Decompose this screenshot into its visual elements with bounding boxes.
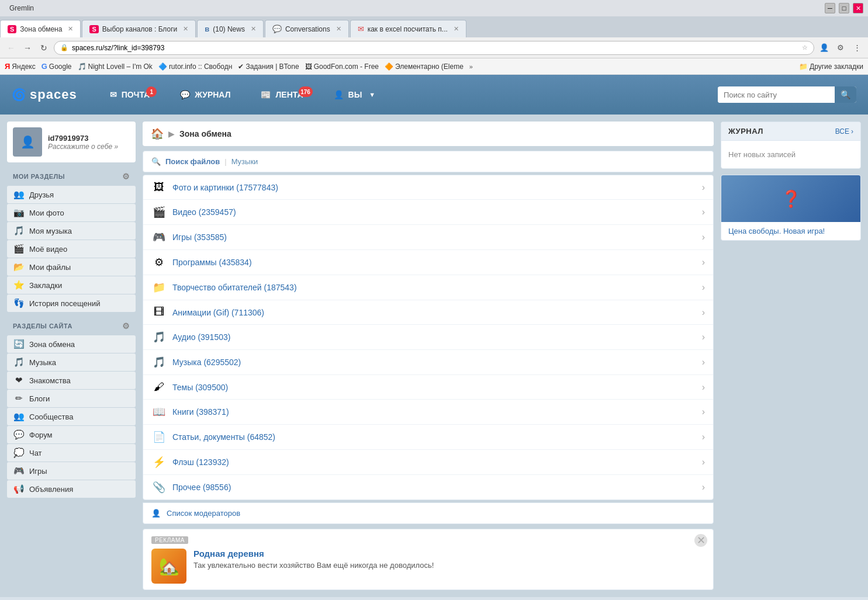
sidebar-item-forum[interactable]: 💬 Форум: [7, 426, 136, 443]
file-item[interactable]: 📄 Статьи, документы (64852) ›: [143, 425, 713, 450]
sidebar-item-communities[interactable]: 👥 Сообщества: [7, 408, 136, 425]
file-item[interactable]: 🖼 Фото и картинки (17577843) ›: [143, 175, 713, 200]
url-input[interactable]: [72, 44, 798, 52]
elem-icon: 🔶: [385, 63, 393, 71]
close-ad-button[interactable]: ✕: [694, 534, 707, 547]
sidebar-item-photos[interactable]: 📷 Мои фото: [7, 204, 136, 221]
sidebar-item-blogs[interactable]: ✏ Блоги: [7, 390, 136, 407]
tab-vybor-kanalov[interactable]: S Выбор каналов : Блоги ✕: [82, 20, 196, 37]
site-sections-gear[interactable]: ⚙: [122, 321, 130, 331]
sidebar-item-files[interactable]: 📂 Мои файлы: [7, 258, 136, 276]
sidebar-item-video[interactable]: 🎬 Моё видео: [7, 240, 136, 258]
file-category-name: Игры (353585): [172, 233, 227, 242]
bookmark-night-lovell[interactable]: 🎵 Night Lovell – I'm Ok: [78, 63, 153, 71]
file-category-icon: 📎: [151, 481, 167, 494]
bookmark-google[interactable]: G Google: [42, 62, 72, 71]
file-item[interactable]: 📁 Творчество обитателей (187543) ›: [143, 275, 713, 300]
tab-close-5[interactable]: ✕: [454, 25, 459, 33]
star-icon[interactable]: ☆: [802, 44, 808, 51]
btone-icon: ✔: [238, 63, 244, 71]
file-item[interactable]: 📎 Прочее (98556) ›: [143, 475, 713, 500]
sidebar-item-friends[interactable]: 👥 Друзья: [7, 186, 136, 203]
tab-news[interactable]: в (10) News ✕: [197, 20, 264, 37]
file-item[interactable]: ⚡ Флэш (123932) ›: [143, 450, 713, 475]
file-item[interactable]: 🎵 Музыка (6295502) ›: [143, 350, 713, 375]
ad-title[interactable]: Родная деревня: [193, 549, 434, 559]
game-panel: ❓ Цена свободы. Новая игра!: [721, 175, 861, 241]
journal-all-link[interactable]: ВСЕ ›: [835, 127, 853, 136]
chevron-right-icon: ›: [702, 357, 705, 367]
bookmark-rutor[interactable]: 🔷 rutor.info :: Свободн: [158, 63, 233, 71]
tab-close-4[interactable]: ✕: [336, 25, 341, 33]
close-button[interactable]: ✕: [853, 3, 863, 13]
file-item-left: 🎵 Музыка (6295502): [151, 356, 241, 369]
reload-button[interactable]: ↻: [37, 41, 50, 54]
sidebar-item-history[interactable]: 👣 История посещений: [7, 294, 136, 312]
sidebar-item-bookmarks[interactable]: ⭐ Закладки: [7, 276, 136, 294]
sidebar-item-site-music[interactable]: 🎵 Музыка: [7, 353, 136, 371]
sidebar-item-music[interactable]: 🎵 Моя музыка: [7, 222, 136, 240]
nav-feed[interactable]: 📰 ЛЕНТА 176: [251, 85, 312, 104]
file-item[interactable]: ⚙ Программы (435834) ›: [143, 250, 713, 275]
search-button[interactable]: 🔍: [835, 86, 856, 103]
my-sections: МОИ РАЗДЕЛЫ ⚙ 👥 Друзья 📷 Мои фото 🎵 Моя …: [7, 167, 136, 312]
rutor-icon: 🔷: [158, 63, 167, 71]
bookmarks-more[interactable]: »: [469, 63, 473, 70]
bookmark-btone[interactable]: ✔ Задания | BTone: [238, 63, 299, 71]
tab-close-2[interactable]: ✕: [183, 25, 188, 33]
browser-frame: Gremlin ─ □ ✕ S Зона обмена ✕ S Выбор ка…: [0, 0, 868, 75]
file-list: 🖼 Фото и картинки (17577843) › 🎬 Видео (…: [143, 175, 714, 500]
tab-close-1[interactable]: ✕: [68, 25, 73, 33]
nav-mail[interactable]: ✉ ПОЧТА 1: [101, 85, 160, 104]
file-item[interactable]: 📖 Книги (398371) ›: [143, 400, 713, 425]
sidebar-item-games[interactable]: 🎮 Игры: [7, 462, 136, 480]
file-category-icon: 🎮: [151, 231, 167, 244]
sidebar-item-ads[interactable]: 📢 Объявления: [7, 480, 136, 498]
logo-area[interactable]: 🌀 spaces: [12, 87, 77, 102]
maximize-button[interactable]: □: [839, 3, 849, 13]
url-bar[interactable]: 🔒 ☆: [54, 41, 814, 55]
settings-icon[interactable]: ⋮: [850, 41, 863, 54]
file-item-left: 🎬 Видео (2359457): [151, 206, 236, 219]
other-bookmarks[interactable]: 📁 Другие закладки: [799, 63, 863, 71]
moderators-row[interactable]: 👤 Список модераторов: [143, 502, 714, 524]
page: 🌀 spaces ✉ ПОЧТА 1 💬 ЖУРНАЛ 📰 ЛЕНТА 176 …: [0, 75, 868, 597]
tab-conversations[interactable]: 💬 Conversations ✕: [265, 20, 349, 37]
sidebar-item-dating[interactable]: ❤ Знакомства: [7, 372, 136, 389]
logo-icon: 🌀: [12, 88, 26, 102]
chevron-right-icon: ›: [702, 307, 705, 318]
tab-zona-obmena[interactable]: S Зона обмена ✕: [0, 20, 81, 37]
forward-button[interactable]: →: [21, 41, 34, 54]
my-sections-title: МОИ РАЗДЕЛЫ ⚙: [7, 167, 136, 186]
journal-header: ЖУРНАЛ ВСЕ ›: [721, 122, 860, 141]
sidebar-item-exchange[interactable]: 🔄 Зона обмена: [7, 335, 136, 353]
minimize-button[interactable]: ─: [825, 3, 835, 13]
my-sections-gear[interactable]: ⚙: [122, 172, 130, 181]
file-item[interactable]: 🎮 Игры (353585) ›: [143, 225, 713, 250]
file-item[interactable]: 🎬 Видео (2359457) ›: [143, 200, 713, 225]
ad-image: 🏡: [151, 549, 186, 584]
back-button[interactable]: ←: [5, 41, 18, 54]
file-category-icon: 🖼: [151, 181, 167, 193]
nav-journal[interactable]: 💬 ЖУРНАЛ: [171, 85, 240, 104]
search-input[interactable]: [718, 87, 835, 103]
file-item[interactable]: 🎞 Анимации (Gif) (711306) ›: [143, 300, 713, 325]
tab-close-3[interactable]: ✕: [251, 25, 256, 33]
search-link[interactable]: Поиск файлов: [165, 157, 220, 166]
search-bar[interactable]: 🔍 Поиск файлов | Музыки: [143, 151, 714, 172]
home-icon[interactable]: 🏠: [151, 127, 164, 140]
video-icon: 🎬: [13, 244, 25, 254]
user-desc[interactable]: Расскажите о себе »: [48, 143, 118, 151]
bookmark-elementarno[interactable]: 🔶 Элементарно (Eleme: [385, 63, 464, 71]
file-item[interactable]: 🎵 Аудио (391503) ›: [143, 325, 713, 350]
game-link[interactable]: Цена свободы. Новая игра!: [721, 222, 860, 240]
ads-label: РЕКЛАМА: [151, 536, 188, 544]
file-category-name: Книги (398371): [172, 407, 229, 417]
sidebar-item-chat[interactable]: 💭 Чат: [7, 444, 136, 462]
bookmark-goodfon[interactable]: 🖼 GoodFon.com - Free: [305, 63, 379, 71]
file-item[interactable]: 🖌 Темы (309500) ›: [143, 375, 713, 400]
nav-me[interactable]: 👤 ВЫ ▼: [324, 85, 385, 104]
bookmark-yandex[interactable]: Я Яндекс: [5, 62, 36, 71]
tab-excel[interactable]: ✉ как в excel посчитать п... ✕: [350, 20, 466, 37]
search-area[interactable]: 🔍: [718, 86, 856, 103]
